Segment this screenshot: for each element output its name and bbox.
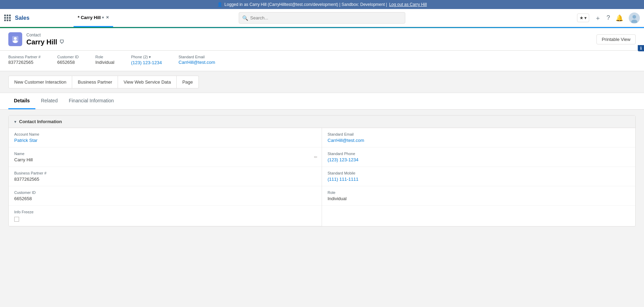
svg-point-5 <box>13 40 18 43</box>
standard-mobile-value[interactable]: (111) 111-1111 <box>328 177 630 182</box>
logout-link[interactable]: Log out as Carry Hill <box>389 2 427 7</box>
main-header: Sales * Carry Hill ▾ ✕ 🔍 ★ ▾ ＋ ? 🔔 <box>0 9 644 27</box>
record-name: Carry Hill ⛉ <box>26 38 64 46</box>
contact-information-section: ▾ Contact Information Account Name Patri… <box>8 115 636 227</box>
tab-financial-information[interactable]: Financial Information <box>63 93 119 109</box>
record-info: Contact Carry Hill ⛉ <box>26 33 64 46</box>
phone-value[interactable]: (123) 123-1234 <box>131 60 162 65</box>
role-value: Individual <box>95 60 115 65</box>
record-header-left: Contact Carry Hill ⛉ <box>8 32 64 46</box>
star-icon: ★ <box>579 15 584 20</box>
record-icon <box>8 32 22 46</box>
user-icon: 👤 <box>217 2 222 7</box>
fields-right-column: Standard Email CarrHill@test.com Standar… <box>322 128 635 226</box>
field-name: Name Carry Hill ✏ <box>9 147 322 167</box>
email-value[interactable]: CarrHill@test.com <box>179 60 215 65</box>
tab-close-icon[interactable]: ✕ <box>106 15 109 20</box>
add-button[interactable]: ＋ <box>595 14 601 22</box>
search-icon: 🔍 <box>242 15 248 21</box>
tab-carry-hill[interactable]: * Carry Hill ▾ ✕ <box>74 9 113 27</box>
page-button[interactable]: Page <box>177 76 198 88</box>
app-name: Sales <box>15 15 29 21</box>
business-partner-label: Business Partner # <box>8 55 41 59</box>
section-fields-grid: Account Name Patrick Star Name Carry Hil… <box>9 128 635 226</box>
phone-label: Phone (2) ▾ <box>131 55 162 59</box>
org-hierarchy-icon[interactable]: ⛉ <box>59 39 64 45</box>
field-business-partner: Business Partner # 8377262565 <box>9 167 322 186</box>
tab-details[interactable]: Details <box>8 93 35 109</box>
section-title: Contact Information <box>19 119 62 124</box>
section-header[interactable]: ▾ Contact Information <box>9 116 635 128</box>
field-info-freeze: Info Freeze <box>9 206 322 226</box>
standard-email-value[interactable]: CarrHill@test.com <box>328 138 630 143</box>
search-container: 🔍 <box>239 12 405 24</box>
meta-business-partner: Business Partner # 8377262565 <box>8 55 41 65</box>
standard-phone-value[interactable]: (123) 123-1234 <box>328 157 630 162</box>
printable-view-button[interactable]: Printable View <box>596 34 636 44</box>
name-value: Carry Hill <box>14 157 316 162</box>
content-area: ▾ Contact Information Account Name Patri… <box>0 110 644 248</box>
meta-email: Standard Email CarrHill@test.com <box>179 55 215 65</box>
record-meta: Business Partner # 8377262565 Customer I… <box>0 51 644 71</box>
avatar[interactable] <box>629 12 640 24</box>
svg-point-1 <box>633 15 636 19</box>
record-tabs: Details Related Financial Information <box>0 93 644 110</box>
info-button[interactable]: ℹ <box>638 45 644 51</box>
section-body: Account Name Patrick Star Name Carry Hil… <box>9 128 635 226</box>
header-right: ★ ▾ ＋ ? 🔔 <box>577 12 640 24</box>
field-standard-mobile: Standard Mobile (111) 111-1111 <box>322 167 635 186</box>
meta-phone: Phone (2) ▾ (123) 123-1234 <box>131 55 162 65</box>
view-web-service-data-button[interactable]: View Web Service Data <box>118 76 177 88</box>
info-freeze-checkbox[interactable] <box>14 217 19 222</box>
notification-bar: 👤 Logged in as Carry Hill (CarryHilltest… <box>0 0 644 9</box>
tab-chevron-icon: ▾ <box>102 16 104 19</box>
field-customer-id: Customer ID 6652658 <box>9 186 322 206</box>
field-role: Role Individual <box>322 186 635 206</box>
new-customer-interaction-button[interactable]: New Customer Interaction <box>8 76 72 88</box>
customer-id-value: 6652658 <box>57 60 79 65</box>
business-partner-button[interactable]: Business Partner <box>72 76 118 88</box>
meta-role: Role Individual <box>95 55 115 65</box>
tab-related[interactable]: Related <box>35 93 63 109</box>
app-launcher-button[interactable] <box>4 15 11 21</box>
business-partner-value: 8377262565 <box>8 60 41 65</box>
action-button-group: New Customer Interaction Business Partne… <box>8 76 636 88</box>
field-standard-email: Standard Email CarrHill@test.com <box>322 128 635 147</box>
header-left: Sales <box>4 15 74 21</box>
account-name-value[interactable]: Patrick Star <box>14 138 316 143</box>
field-standard-phone: Standard Phone (123) 123-1234 <box>322 147 635 167</box>
business-partner-field-value: 8377262565 <box>14 177 316 182</box>
edit-name-icon[interactable]: ✏ <box>314 155 317 160</box>
action-bar-wrap: New Customer Interaction Business Partne… <box>0 71 644 93</box>
help-button[interactable]: ? <box>607 14 610 22</box>
section-collapse-icon: ▾ <box>14 119 16 124</box>
role-field-value: Individual <box>328 196 630 201</box>
phone-chevron-icon: ▾ <box>149 55 151 59</box>
field-account-name: Account Name Patrick Star <box>9 128 322 147</box>
customer-id-field-value: 6652658 <box>14 196 316 201</box>
svg-point-4 <box>14 37 17 40</box>
meta-customer-id: Customer ID 6652658 <box>57 55 79 65</box>
favorites-button[interactable]: ★ ▾ <box>577 14 589 22</box>
record-type: Contact <box>26 33 64 37</box>
search-input[interactable] <box>239 12 405 24</box>
fields-left-column: Account Name Patrick Star Name Carry Hil… <box>9 128 322 226</box>
record-header: Contact Carry Hill ⛉ Printable View <box>0 28 644 51</box>
email-label: Standard Email <box>179 55 215 59</box>
customer-id-label: Customer ID <box>57 55 79 59</box>
role-label: Role <box>95 55 115 59</box>
notification-text: Logged in as Carry Hill (CarryHilltest@t… <box>224 2 387 7</box>
tab-label: * Carry Hill <box>78 15 101 20</box>
chevron-down-icon: ▾ <box>584 15 587 20</box>
notifications-button[interactable]: 🔔 <box>616 14 623 22</box>
